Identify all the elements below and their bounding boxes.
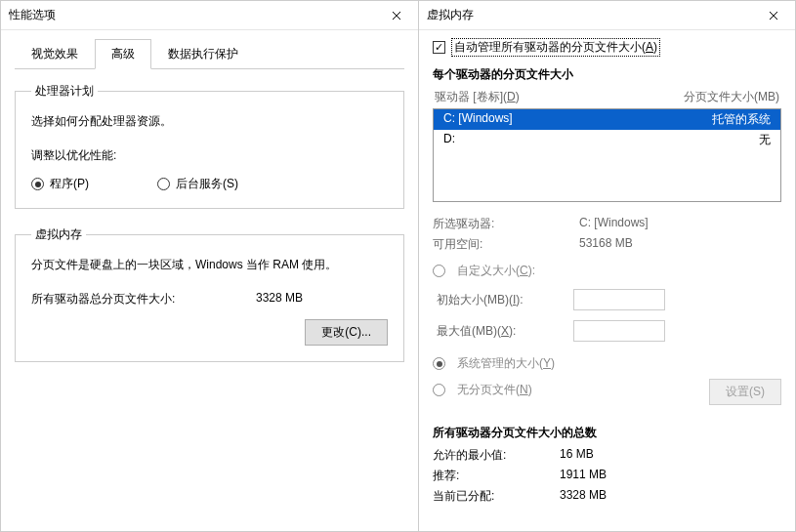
selected-drive-value: C: [Windows] [579, 216, 649, 232]
free-space-label: 可用空间: [433, 236, 579, 253]
current-alloc-value: 3328 MB [560, 488, 607, 505]
close-icon [769, 11, 778, 20]
radio-icon [433, 384, 445, 396]
dialog-body-right: ✓ 自动管理所有驱动器的分页文件大小(A) 每个驱动器的分页文件大小 驱动器 [… [419, 30, 795, 531]
drive-name: D: [443, 132, 455, 148]
processor-desc: 选择如何分配处理器资源。 [31, 113, 388, 130]
recommended-line: 推荐: 1911 MB [433, 468, 781, 484]
radio-custom-size: 自定义大小(C): [433, 263, 781, 279]
custom-size-label: 自定义大小(C): [457, 263, 535, 279]
max-size-label: 最大值(MB)(X): [437, 323, 573, 340]
min-allowed-label: 允许的最小值: [433, 447, 560, 464]
performance-options-dialog: 性能选项 视觉效果 高级 数据执行保护 处理器计划 选择如何分配处理器资源。 调… [0, 0, 418, 532]
free-space-line: 可用空间: 53168 MB [433, 236, 781, 253]
initial-size-label: 初始大小(MB)(I): [437, 292, 573, 308]
drive-size: 无 [759, 132, 771, 148]
max-size-input [573, 320, 665, 342]
processor-scheduling-group: 处理器计划 选择如何分配处理器资源。 调整以优化性能: 程序(P) 后台服务(S… [15, 83, 404, 209]
drive-row-c[interactable]: C: [Windows] 托管的系统 [434, 109, 780, 130]
vm-total-value: 3328 MB [256, 291, 303, 307]
current-alloc-label: 当前已分配: [433, 488, 560, 505]
change-button[interactable]: 更改(C)... [305, 319, 388, 346]
radio-programs-label: 程序(P) [50, 176, 89, 192]
totals-heading: 所有驱动器分页文件大小的总数 [433, 425, 781, 441]
selected-drive-label: 所选驱动器: [433, 216, 579, 232]
tab-dep[interactable]: 数据执行保护 [151, 39, 255, 69]
no-paging-label: 无分页文件(N) [457, 382, 532, 398]
dialog-title-left: 性能选项 [9, 7, 56, 23]
close-button-right[interactable] [751, 1, 795, 30]
auto-manage-checkbox[interactable]: ✓ 自动管理所有驱动器的分页文件大小(A) [433, 38, 781, 57]
free-space-value: 53168 MB [579, 236, 633, 253]
tabstrip: 视觉效果 高级 数据执行保护 [15, 38, 404, 69]
vm-desc: 分页文件是硬盘上的一块区域，Windows 当作 RAM 使用。 [31, 257, 388, 273]
virtual-memory-group: 虚拟内存 分页文件是硬盘上的一块区域，Windows 当作 RAM 使用。 所有… [15, 226, 404, 362]
drive-size: 托管的系统 [712, 111, 771, 128]
selected-drive-line: 所选驱动器: C: [Windows] [433, 216, 781, 232]
radio-icon [433, 357, 445, 370]
max-size-line: 最大值(MB)(X): [437, 320, 781, 342]
radio-icon [433, 265, 445, 277]
set-button: 设置(S) [709, 379, 781, 405]
current-alloc-line: 当前已分配: 3328 MB [433, 488, 781, 505]
dialog-title-right: 虚拟内存 [427, 7, 474, 23]
system-managed-label: 系统管理的大小(Y) [457, 355, 555, 372]
drive-row-d[interactable]: D: 无 [434, 130, 780, 150]
radio-services-label: 后台服务(S) [176, 176, 238, 192]
header-size: 分页文件大小(MB) [684, 89, 779, 105]
processor-radio-group: 程序(P) 后台服务(S) [31, 176, 388, 192]
initial-size-line: 初始大小(MB)(I): [437, 289, 781, 310]
initial-size-input [573, 289, 665, 310]
checkbox-icon: ✓ [433, 41, 445, 54]
radio-system-managed: 系统管理的大小(Y) [433, 355, 781, 372]
header-drive: 驱动器 [卷标](D) [435, 89, 520, 105]
titlebar-left: 性能选项 [1, 1, 418, 30]
processor-legend: 处理器计划 [31, 83, 98, 100]
recommended-label: 推荐: [433, 468, 560, 484]
vm-legend: 虚拟内存 [31, 226, 86, 243]
radio-icon [31, 178, 44, 190]
vm-change-row: 更改(C)... [31, 319, 388, 346]
vm-total-label: 所有驱动器总分页文件大小: [31, 291, 256, 307]
min-allowed-value: 16 MB [560, 447, 594, 464]
radio-icon [157, 178, 170, 190]
virtual-memory-dialog: 虚拟内存 ✓ 自动管理所有驱动器的分页文件大小(A) 每个驱动器的分页文件大小 … [418, 0, 796, 532]
tab-visual-effects[interactable]: 视觉效果 [15, 39, 95, 69]
totals-block: 允许的最小值: 16 MB 推荐: 1911 MB 当前已分配: 3328 MB [433, 447, 781, 505]
vm-total-line: 所有驱动器总分页文件大小: 3328 MB [31, 291, 388, 307]
drive-list[interactable]: C: [Windows] 托管的系统 D: 无 [433, 108, 781, 202]
drive-list-header: 驱动器 [卷标](D) 分页文件大小(MB) [433, 89, 781, 108]
titlebar-right: 虚拟内存 [419, 1, 795, 30]
radio-programs[interactable]: 程序(P) [31, 176, 89, 192]
close-button-left[interactable] [374, 1, 418, 30]
radio-background-services[interactable]: 后台服务(S) [157, 176, 238, 192]
adjust-label: 调整以优化性能: [31, 147, 388, 164]
drive-name: C: [Windows] [443, 111, 513, 128]
per-drive-heading: 每个驱动器的分页文件大小 [433, 66, 781, 83]
recommended-value: 1911 MB [560, 468, 607, 484]
tab-advanced[interactable]: 高级 [95, 39, 151, 69]
dialog-body-left: 视觉效果 高级 数据执行保护 处理器计划 选择如何分配处理器资源。 调整以优化性… [1, 30, 418, 531]
auto-manage-label: 自动管理所有驱动器的分页文件大小(A) [451, 38, 660, 57]
min-allowed-line: 允许的最小值: 16 MB [433, 447, 781, 464]
close-icon [392, 11, 401, 20]
